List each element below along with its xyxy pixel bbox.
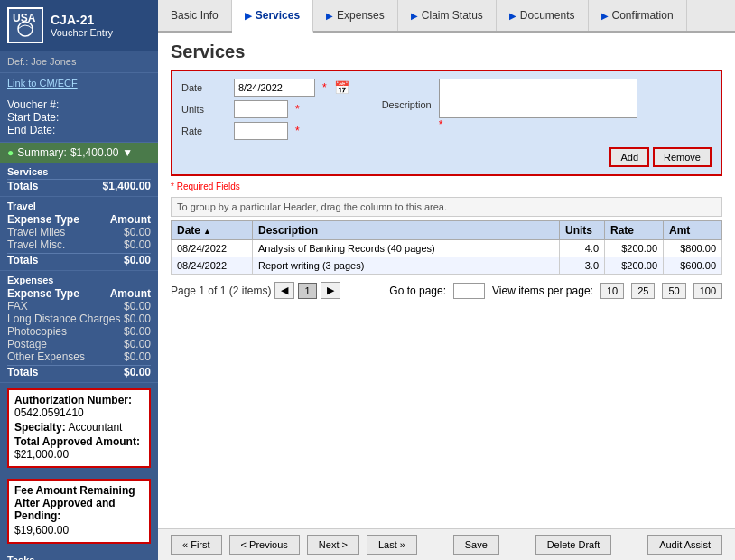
audit-assist-button[interactable]: Audit Assist <box>647 535 722 555</box>
rate-input[interactable] <box>234 122 288 140</box>
form-buttons: Add Remove <box>181 147 712 167</box>
calendar-icon[interactable]: 📅 <box>334 80 349 95</box>
tab-confirmation[interactable]: ▶ Confirmation <box>589 0 687 31</box>
perpage-10[interactable]: 10 <box>600 283 624 299</box>
table-header-row: Date ▲ Description Units Rate <box>172 221 722 240</box>
page-prev-arrow[interactable]: ◀ <box>274 282 294 299</box>
voucher-info: Voucher #: Start Date: End Date: <box>0 93 158 143</box>
specialty-value: Accountant <box>68 421 122 434</box>
travel-section-title: Travel <box>7 201 151 211</box>
travel-misc-label: Travel Misc. <box>7 238 65 251</box>
app-name: CJA-21 <box>51 13 113 27</box>
page-info-text: Page 1 of 1 (2 items) <box>171 285 271 297</box>
save-button[interactable]: Save <box>453 535 499 555</box>
units-label: Units <box>181 104 227 115</box>
cell-date: 08/24/2022 <box>172 257 253 275</box>
link-cmecf-container[interactable]: Link to CM/ECF <box>0 73 158 93</box>
tab-basic-info-label: Basic Info <box>171 9 219 22</box>
expenses-expense-col: Expense Type <box>7 287 79 300</box>
tab-basic-info[interactable]: Basic Info <box>158 0 232 31</box>
other-expenses-label: Other Expenses <box>7 350 85 363</box>
delete-draft-button[interactable]: Delete Draft <box>535 535 612 555</box>
col-header-description[interactable]: Description <box>253 221 560 240</box>
tab-documents[interactable]: ▶ Documents <box>497 0 589 31</box>
tab-expenses-label: Expenses <box>337 9 385 22</box>
end-date: End Date: <box>7 124 151 136</box>
date-input[interactable] <box>234 79 315 97</box>
tab-claim-status[interactable]: ▶ Claim Status <box>398 0 497 31</box>
sidebar-travel-section: Travel Expense Type Amount Travel Miles … <box>0 197 158 271</box>
tab-services[interactable]: ▶ Services <box>232 0 313 33</box>
svg-text:USA: USA <box>13 12 36 24</box>
perpage-25[interactable]: 25 <box>631 283 655 299</box>
services-totals-label: Totals <box>7 180 38 192</box>
date-row: Date * 📅 <box>181 79 349 97</box>
date-required: * <box>322 81 327 94</box>
postage-row: Postage $0.00 <box>7 338 151 350</box>
units-input[interactable] <box>234 100 288 118</box>
tab-expenses-arrow: ▶ <box>326 11 333 21</box>
col-date-label: Date <box>177 224 200 237</box>
auth-number-value: 0542.0591410 <box>14 406 84 419</box>
remove-button[interactable]: Remove <box>653 147 712 167</box>
cell-rate: $200.00 <box>605 240 664 257</box>
services-section-title: Services <box>7 166 151 177</box>
total-approved-line: Total Approved Amount: $21,000.00 <box>14 435 144 461</box>
cell-units: 3.0 <box>560 257 605 275</box>
summary-label: Summary: <box>17 146 67 159</box>
goto-input[interactable] <box>453 283 485 299</box>
fax-label: FAX <box>7 300 28 313</box>
tab-documents-label: Documents <box>520 9 575 22</box>
cell-rate: $200.00 <box>605 257 664 275</box>
start-date: Start Date: <box>7 111 151 124</box>
travel-totals-value: $0.00 <box>124 254 151 266</box>
col-header-amt[interactable]: Amt <box>664 221 722 240</box>
fee-remaining-value: $19,600.00 <box>14 524 69 537</box>
col-units-label: Units <box>565 224 592 237</box>
travel-totals-row: Totals $0.00 <box>7 253 151 266</box>
col-header-units[interactable]: Units <box>560 221 605 240</box>
previous-button[interactable]: < Previous <box>229 535 300 555</box>
travel-header-row: Expense Type Amount <box>7 213 151 226</box>
expenses-section-title: Expenses <box>7 275 151 285</box>
tab-confirmation-arrow: ▶ <box>601 11 609 21</box>
page-next-arrow[interactable]: ▶ <box>321 282 340 299</box>
sidebar: USA CJA-21 Voucher Entry Def.: Joe Jones… <box>0 0 158 560</box>
first-button[interactable]: « First <box>171 535 222 555</box>
perpage-100[interactable]: 100 <box>693 283 722 299</box>
col-amt-label: Amt <box>669 224 690 237</box>
page-1-btn[interactable]: 1 <box>298 283 316 299</box>
page-info: Page 1 of 1 (2 items) ◀ 1 ▶ <box>171 282 340 299</box>
travel-miles-row: Travel Miles $0.00 <box>7 226 151 238</box>
summary-bar[interactable]: ● Summary: $1,400.00 ▼ <box>0 143 158 163</box>
perpage-50[interactable]: 50 <box>662 283 685 299</box>
add-button[interactable]: Add <box>609 147 649 167</box>
desc-required: * <box>439 118 712 131</box>
next-button[interactable]: Next > <box>307 535 359 555</box>
col-header-rate[interactable]: Rate <box>605 221 664 240</box>
units-required: * <box>295 103 300 116</box>
expenses-header-row: Expense Type Amount <box>7 287 151 300</box>
link-cmecf[interactable]: Link to CM/ECF <box>7 78 78 89</box>
defendant-label: Def.: Joe Jones <box>0 51 158 73</box>
cell-amt: $600.00 <box>664 257 722 275</box>
tab-expenses[interactable]: ▶ Expenses <box>313 0 398 31</box>
description-input[interactable] <box>439 79 637 118</box>
voucher-number: Voucher #: <box>7 98 151 111</box>
tab-bar: Basic Info ▶ Services ▶ Expenses ▶ Claim… <box>158 0 735 33</box>
table-row[interactable]: 08/24/2022 Report writing (3 pages) 3.0 … <box>172 257 722 275</box>
col-header-date[interactable]: Date ▲ <box>172 221 253 240</box>
cell-date: 08/24/2022 <box>172 240 253 257</box>
travel-miles-label: Travel Miles <box>7 226 65 238</box>
specialty-line: Specialty: Accountant <box>14 421 144 434</box>
specialty-label: Specialty: <box>14 421 66 434</box>
long-distance-label: Long Distance Charges <box>7 313 120 325</box>
last-button[interactable]: Last » <box>367 535 417 555</box>
required-note: * Required Fields <box>171 182 722 191</box>
col-rate-label: Rate <box>610 224 634 237</box>
tasks-title: Tasks <box>7 555 151 560</box>
table-row[interactable]: 08/24/2022 Analysis of Banking Records (… <box>172 240 722 257</box>
postage-label: Postage <box>7 338 47 350</box>
tab-claim-status-label: Claim Status <box>422 9 483 22</box>
fee-remaining-line: Fee Amount Remaining After Approved and … <box>14 484 144 522</box>
